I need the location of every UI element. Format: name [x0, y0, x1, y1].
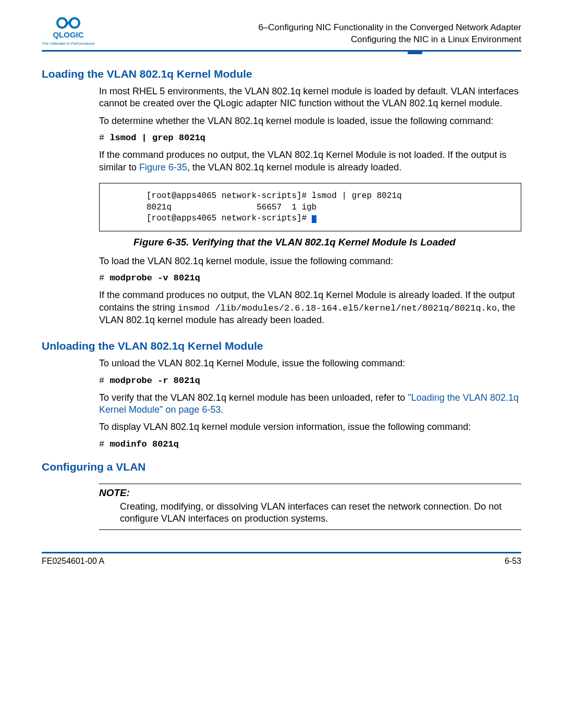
figure-caption: Figure 6-35. Verifying that the VLAN 802…	[68, 237, 521, 248]
header-line1: 6–Configuring NIC Functionality in the C…	[258, 22, 521, 34]
command-line: # modprobe -r 8021q	[99, 375, 521, 387]
header-line2: Configuring the NIC in a Linux Environme…	[258, 34, 521, 46]
note-label: NOTE:	[99, 487, 521, 499]
para: To determine whether the VLAN 802.1q ker…	[99, 115, 521, 127]
figure-link[interactable]: Figure 6-35	[139, 162, 187, 172]
para: To unload the VLAN 802.1q Kernel Module,…	[99, 357, 521, 369]
header-rule	[42, 50, 521, 54]
figure-6-35-box: [root@apps4065 network-scripts]# lsmod |…	[99, 183, 521, 231]
para: If the command produces no output, the V…	[99, 289, 521, 326]
para: To verify that the VLAN 802.1q kernel mo…	[99, 392, 521, 416]
doc-id: FE0254601-00 A	[42, 557, 104, 566]
command-line: # lsmod | grep 8021q	[99, 132, 521, 144]
heading-configuring-vlan: Configuring a VLAN	[42, 461, 521, 473]
page-footer: FE0254601-00 A 6-53	[42, 557, 521, 566]
qlogic-logo: QLOGIC The Ultimate in Performance	[42, 16, 95, 46]
para: To display VLAN 802.1q kernel module ver…	[99, 421, 521, 433]
footer-rule	[42, 552, 521, 553]
para: In most RHEL 5 environments, the VLAN 80…	[99, 85, 521, 110]
heading-loading-vlan: Loading the VLAN 802.1q Kernel Module	[42, 68, 521, 80]
heading-unloading-vlan: Unloading the VLAN 802.1q Kernel Module	[42, 340, 521, 352]
terminal-cursor	[312, 215, 316, 223]
command-line: # modinfo 8021q	[99, 439, 521, 450]
para: To load the VLAN 802.1q kernel module, i…	[99, 255, 521, 267]
page-header: QLOGIC The Ultimate in Performance 6–Con…	[42, 16, 521, 46]
qlogic-logo-icon: QLOGIC	[47, 16, 89, 41]
header-text: 6–Configuring NIC Functionality in the C…	[258, 22, 521, 46]
page-number: 6-53	[505, 557, 521, 566]
para: If the command produces no output, the V…	[99, 149, 521, 174]
terminal-output: [root@apps4065 network-scripts]# lsmod |…	[146, 191, 513, 225]
command-line: # modprobe -v 8021q	[99, 273, 521, 284]
note-text: Creating, modifying, or dissolving VLAN …	[120, 501, 521, 525]
note-block: NOTE: Creating, modifying, or dissolving…	[99, 484, 521, 530]
logo-tagline: The Ultimate in Performance	[42, 41, 95, 46]
svg-text:QLOGIC: QLOGIC	[53, 30, 83, 39]
